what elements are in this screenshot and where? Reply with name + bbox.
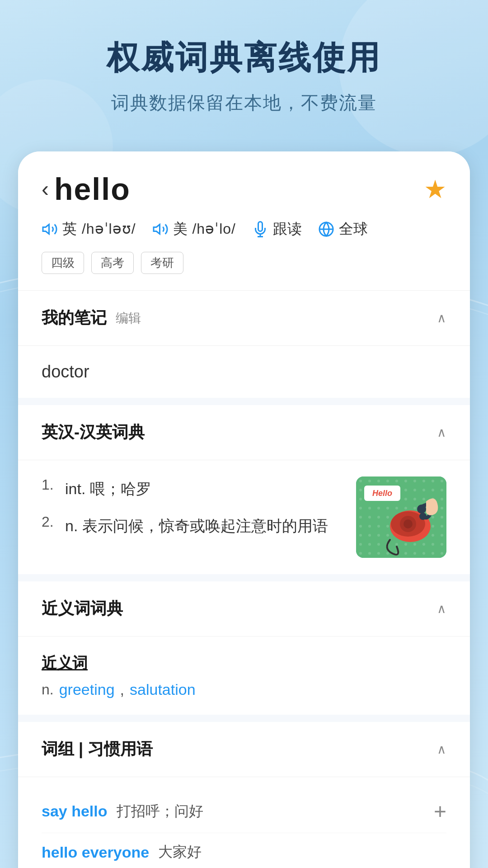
dictionary-section: 英汉-汉英词典 ∧ 1. int. 喂；哈罗 2. n. 表示问候，惊奇或唤起注… [18,405,470,574]
dictionary-title: 英汉-汉英词典 [42,421,145,443]
global-button[interactable]: 全球 [318,219,368,239]
dictionary-collapse-icon[interactable]: ∧ [437,425,446,440]
hero-title: 权威词典离线使用 [27,36,461,80]
phrases-title: 词组 | 习惯用语 [42,738,153,760]
favorite-star-icon[interactable]: ★ [424,175,446,204]
back-arrow-icon[interactable]: ‹ [42,178,49,200]
notes-section-header[interactable]: 我的笔记 编辑 ∧ [18,291,470,346]
synonyms-category: 近义词 [42,653,446,674]
synonyms-pos: n. [42,681,54,698]
synonyms-content: 近义词 n. greeting , salutation [18,637,470,715]
svg-text:Hello: Hello [372,489,392,498]
phrase-item-2: hello everyone 大家好 [42,833,446,868]
tags-row: 四级 高考 考研 [42,252,446,274]
phrase-zh-2: 大家好 [158,842,202,862]
phrases-content: say hello 打招呼；问好 + hello everyone 大家好 [18,777,470,868]
hero-subtitle: 词典数据保留在本地，不费流量 [27,90,461,115]
dictionary-section-header[interactable]: 英汉-汉英词典 ∧ [18,405,470,460]
phrase-item-1: say hello 打招呼；问好 + [42,790,446,833]
uk-pronunciation[interactable]: 英 /həˈləʊ/ [42,219,136,239]
phrase-zh-1: 打招呼；问好 [117,802,203,821]
synonyms-row: n. greeting , salutation [42,681,446,698]
phrases-section: 词组 | 习惯用语 ∧ say hello 打招呼；问好 + hello eve… [18,722,470,868]
tag-level4: 四级 [42,252,84,274]
def-text-2: n. 表示问候，惊奇或唤起注意时的用语 [65,514,328,538]
dictionary-image: Hello [356,476,446,558]
definition-1: 1. int. 喂；哈罗 [42,476,343,501]
note-text: doctor [42,362,89,381]
def-text-1: int. 喂；哈罗 [65,476,151,501]
us-pronunciation[interactable]: 美 /həˈlo/ [152,219,236,239]
notes-edit-button[interactable]: 编辑 [116,310,141,327]
mic-icon [252,221,268,237]
svg-point-15 [419,513,427,520]
main-card: ‹ hello ★ 英 /həˈləʊ/ [18,151,470,868]
notes-title: 我的笔记 [42,307,107,329]
phrases-collapse-icon[interactable]: ∧ [437,742,446,757]
phrases-section-header[interactable]: 词组 | 习惯用语 ∧ [18,722,470,777]
us-speaker-icon [152,221,169,237]
notes-section: 我的笔记 编辑 ∧ doctor [18,291,470,398]
synonym-1[interactable]: greeting [59,681,115,698]
synonym-2[interactable]: salutation [130,681,196,698]
global-icon [318,221,334,237]
svg-marker-2 [43,225,49,234]
word-title-row: ‹ hello ★ [42,171,446,207]
word-header: ‹ hello ★ 英 /həˈləʊ/ [18,151,470,291]
pronunciation-row: 英 /həˈləʊ/ 美 /həˈlo/ 跟读 [42,219,446,239]
notes-content: doctor [18,346,470,398]
synonyms-title: 近义词词典 [42,598,123,620]
dictionary-content: 1. int. 喂；哈罗 2. n. 表示问候，惊奇或唤起注意时的用语 [18,460,470,574]
uk-pron-text: 英 /həˈləʊ/ [62,219,136,239]
svg-marker-3 [154,225,160,234]
us-pron-text: 美 /həˈlo/ [173,219,236,239]
phrase-add-icon-1[interactable]: + [434,799,446,824]
phrase-en-2[interactable]: hello everyone [42,844,149,861]
uk-speaker-icon [42,221,58,237]
phrase-left-2: hello everyone 大家好 [42,842,202,862]
tag-gaokao: 高考 [91,252,134,274]
svg-point-14 [417,505,426,514]
synonyms-section: 近义词词典 ∧ 近义词 n. greeting , salutation [18,581,470,715]
notes-title-group: 我的笔记 编辑 [42,307,141,329]
phrase-en-1[interactable]: say hello [42,802,108,820]
follow-read-button[interactable]: 跟读 [252,219,302,239]
phrase-left-1: say hello 打招呼；问好 [42,802,203,821]
synonym-separator: , [120,681,124,698]
hero-section: 权威词典离线使用 词典数据保留在本地，不费流量 [0,0,488,142]
svg-point-13 [404,519,413,528]
synonyms-section-header[interactable]: 近义词词典 ∧ [18,581,470,637]
definitions-list: 1. int. 喂；哈罗 2. n. 表示问候，惊奇或唤起注意时的用语 [42,476,343,551]
notes-collapse-icon[interactable]: ∧ [437,311,446,326]
tag-kaoyan: 考研 [141,252,183,274]
synonyms-collapse-icon[interactable]: ∧ [437,601,446,616]
def-num-1: 1. [42,476,60,493]
word-back-title: ‹ hello [42,171,131,207]
main-word: hello [54,171,131,207]
definition-2: 2. n. 表示问候，惊奇或唤起注意时的用语 [42,514,343,538]
def-num-2: 2. [42,514,60,530]
